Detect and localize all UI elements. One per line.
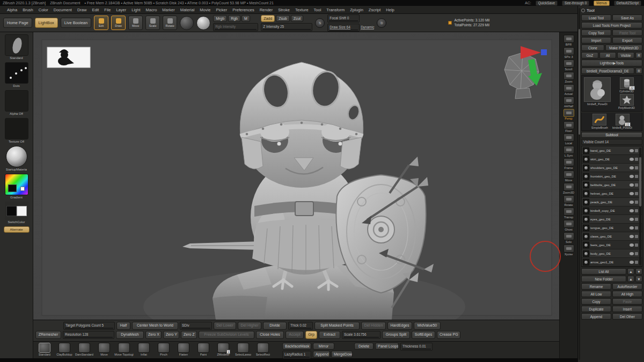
all-high-button[interactable]: All High: [612, 291, 642, 297]
material-preview-sphere[interactable]: [196, 16, 210, 30]
gradient-color-picker-icon[interactable]: [5, 174, 28, 195]
subtool-section-header[interactable]: Subtool: [581, 132, 642, 138]
brush-thumb[interactable]: [118, 343, 130, 353]
brush-slot-zmodeler[interactable]: 1 ZModeler: [214, 343, 232, 356]
rgb-intensity-slider[interactable]: Rgb Intensity: [213, 23, 258, 31]
visibility-eye-icon[interactable]: [630, 149, 634, 152]
goz-button[interactable]: GoZ: [581, 52, 598, 58]
menu-item[interactable]: Light: [129, 8, 143, 12]
zremesher-button[interactable]: ZRemesher: [35, 331, 61, 339]
draw-mode-button[interactable]: Draw: [111, 16, 126, 30]
subtool-row[interactable]: feets_geo_DE: [582, 241, 642, 249]
visibility-eye-icon[interactable]: [630, 175, 634, 178]
panel-loops-button[interactable]: Panel Loops: [375, 343, 399, 350]
center-mesh-button[interactable]: Center Mesh to World: [132, 322, 178, 330]
live-boolean-button[interactable]: Live Boolean: [61, 18, 91, 28]
subtool-row[interactable]: helmet_geo_DE: [582, 189, 642, 198]
menu-item[interactable]: Stroke: [275, 8, 292, 12]
home-page-button[interactable]: Home Page: [3, 18, 32, 28]
menu-item[interactable]: Brush: [20, 8, 36, 12]
del-lower-button[interactable]: Del Lower: [214, 322, 236, 330]
menu-item[interactable]: Preferences: [230, 8, 257, 12]
zero-z-button[interactable]: Zero Z: [181, 331, 197, 339]
brush-thumb[interactable]: [178, 343, 189, 353]
zoom-button[interactable]: Zoom: [561, 72, 577, 83]
brush-slot-movetopological[interactable]: Move Topologi: [115, 343, 133, 356]
menu-item[interactable]: Texture: [292, 8, 311, 12]
del-hidden-button[interactable]: Del Hidden: [361, 322, 386, 330]
brush-thumb[interactable]: [98, 343, 110, 353]
folder-up-button[interactable]: ▲: [627, 276, 634, 282]
folder-down-button[interactable]: ▼: [635, 276, 642, 282]
menu-item[interactable]: Draw: [75, 8, 90, 12]
new-folder-button[interactable]: New Folder: [581, 276, 626, 282]
switch-color[interactable]: SwitchColor: [5, 202, 28, 224]
clone-button[interactable]: Clone: [581, 45, 604, 51]
visibility-eye-icon[interactable]: [630, 209, 634, 212]
brush-slot-inflat[interactable]: Inflat: [135, 343, 153, 356]
thick-slider[interactable]: Thick 0.02: [288, 322, 313, 330]
frame-button[interactable]: Frame: [561, 158, 577, 169]
visibility-eye-icon[interactable]: [630, 252, 634, 255]
alternate-button[interactable]: Alternate: [4, 226, 30, 233]
transp-button[interactable]: Transp: [561, 208, 577, 219]
menu-item[interactable]: Render: [257, 8, 276, 12]
brush-slot-selectlasso[interactable]: SelectLasso: [234, 343, 252, 356]
visibility-eye-icon[interactable]: [630, 243, 634, 247]
close-holes-button[interactable]: Close Holes: [256, 331, 284, 339]
polypaint-icon[interactable]: [635, 192, 638, 195]
current-tool-r-button[interactable]: R: [635, 68, 642, 74]
autoreorder-button[interactable]: AutoReorder: [612, 283, 642, 290]
solo-button[interactable]: Solo: [561, 232, 577, 243]
quicksave-button[interactable]: QuickSave: [536, 1, 558, 6]
subtool-row[interactable]: band_geo_DE: [582, 146, 642, 155]
canvas-3d-viewport[interactable]: [33, 32, 559, 320]
menu-item[interactable]: Layer: [113, 8, 129, 12]
edit-mode-button[interactable]: Edit: [94, 16, 108, 30]
tool-thumb-polymesh3d[interactable]: PolyMesh3D: [618, 94, 635, 109]
persp-button[interactable]: Persp: [561, 109, 577, 120]
brush-selector[interactable]: Standard: [5, 34, 28, 60]
divide-button[interactable]: Divide: [263, 322, 287, 330]
goz-all-button[interactable]: All: [599, 52, 617, 58]
all-low-button[interactable]: All Low: [581, 291, 611, 297]
tool-thumb-current[interactable]: birdie8_PoseDi: [583, 77, 611, 109]
lazy-radius-slider[interactable]: LazyRadius 1: [282, 351, 311, 359]
resolution-slider[interactable]: Resolution 128: [63, 331, 114, 339]
draw-size-knob-icon[interactable]: D: [377, 18, 386, 28]
rename-button[interactable]: Rename: [581, 283, 611, 290]
menu-item[interactable]: Marker: [159, 8, 177, 12]
brush-thumb[interactable]: [197, 343, 209, 353]
move-mode-button[interactable]: Move: [128, 16, 143, 30]
brush-thumb[interactable]: [138, 343, 150, 353]
visibility-eye-icon[interactable]: [630, 235, 634, 238]
del-higher-button[interactable]: Del Higher: [238, 322, 261, 330]
goz-r-button[interactable]: R: [635, 52, 642, 58]
local-button[interactable]: Local: [561, 134, 577, 145]
stroke-selector[interactable]: Dots: [5, 62, 28, 87]
z-intensity-slider[interactable]: Z Intensity 25: [261, 23, 312, 31]
zero-x-button[interactable]: Zero X: [145, 331, 162, 339]
target-polygons-slider[interactable]: Target Polygons Count 5: [63, 322, 115, 330]
tool-thumb-simplebrush[interactable]: SimpleBrush: [591, 114, 608, 129]
make-polymesh3d-button[interactable]: Make PolyMesh3D: [605, 45, 642, 51]
menu-item[interactable]: Material: [178, 8, 197, 12]
polypaint-icon[interactable]: [635, 252, 638, 255]
visibility-eye-icon[interactable]: [630, 226, 634, 230]
subtool-down-button[interactable]: ▼: [635, 268, 642, 275]
lightbox-tools-button[interactable]: Lightbox▶Tools: [581, 60, 642, 67]
tool-thumb-cylinder3d[interactable]: 22 Cylinder3D: [619, 77, 634, 93]
load-tools-from-project-button[interactable]: Load Tools From Project: [581, 22, 642, 28]
zadd-button[interactable]: Zadd: [261, 15, 275, 22]
dynamesh-button[interactable]: DynaMesh: [116, 331, 144, 339]
color-picker[interactable]: Gradient: [5, 174, 28, 199]
scale-slider[interactable]: Scale 3.61756: [342, 331, 380, 339]
subtool-row[interactable]: birdie8_copy_DE: [582, 206, 642, 215]
visibility-eye-icon[interactable]: [630, 192, 634, 195]
brush-slot-standard[interactable]: Standard: [35, 343, 54, 356]
scale-mode-button[interactable]: Scale: [145, 16, 160, 30]
visibility-eye-icon[interactable]: [630, 201, 634, 204]
visibility-eye-icon[interactable]: [630, 158, 634, 161]
sdiv-slider[interactable]: SDiv: [180, 322, 212, 330]
half-button[interactable]: Half: [116, 322, 130, 330]
